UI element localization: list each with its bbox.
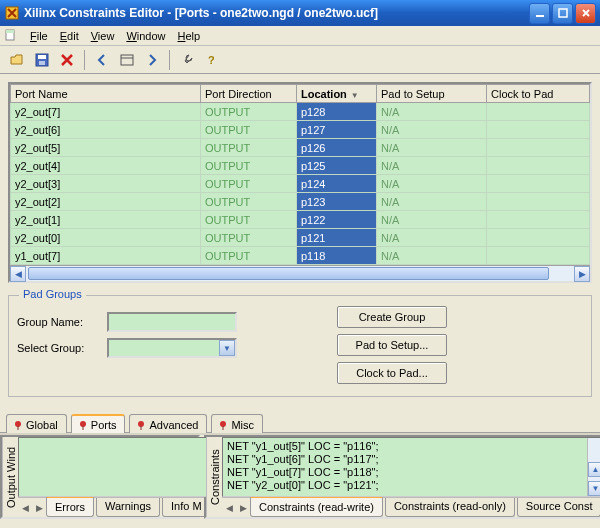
maximize-button[interactable] [552,3,573,24]
pad-to-setup-button[interactable]: Pad to Setup... [337,334,447,356]
cell-clock2pad [487,229,590,247]
cell-clock2pad [487,103,590,121]
cell-portname[interactable]: y2_out[6] [11,121,201,139]
groupname-label: Group Name: [17,316,97,328]
cell-portname[interactable]: y2_out[5] [11,139,201,157]
col-pad2setup[interactable]: Pad to Setup [377,85,487,103]
cell-portname[interactable]: y2_out[1] [11,211,201,229]
table-row[interactable]: y2_out[7]OUTPUTp128N/A [11,103,590,121]
cell-location[interactable]: p128 [297,103,377,121]
chevron-down-icon[interactable]: ▼ [219,340,235,356]
cell-location[interactable]: p126 [297,139,377,157]
tabs-left-icon[interactable]: ◀ [222,498,236,517]
table-row[interactable]: y2_out[0]OUTPUTp121N/A [11,229,590,247]
forward-icon[interactable] [141,49,163,71]
col-location[interactable]: Location▼ [297,85,377,103]
create-group-button[interactable]: Create Group [337,306,447,328]
cell-pad2setup: N/A [377,193,487,211]
wrench-icon[interactable] [176,49,198,71]
titlebar: Xilinx Constraints Editor - [Ports - one… [0,0,600,26]
cell-pad2setup: N/A [377,139,487,157]
col-portname[interactable]: Port Name [11,85,201,103]
col-direction[interactable]: Port Direction [201,85,297,103]
tab-ports[interactable]: Ports [71,414,126,433]
back-icon[interactable] [91,49,113,71]
table-row[interactable]: y1_out[7]OUTPUTp118N/A [11,247,590,265]
help-icon[interactable]: ? [201,49,223,71]
scroll-down-icon[interactable]: ▼ [588,481,600,496]
tabs-right-icon[interactable]: ▶ [32,498,46,517]
cell-location[interactable]: p127 [297,121,377,139]
cell-direction: OUTPUT [201,103,297,121]
output-content[interactable] [18,437,213,497]
menu-edit[interactable]: Edit [54,28,85,44]
minimize-button[interactable] [529,3,550,24]
cell-location[interactable]: p125 [297,157,377,175]
groupname-input[interactable] [107,312,237,332]
cell-location[interactable]: p118 [297,247,377,265]
tab-constraints-rw[interactable]: Constraints (read-write) [250,496,383,517]
tab-warnings[interactable]: Warnings [96,498,160,517]
output-window-panel: Output Wind ◀ ▶ Errors Warnings Info M [0,435,200,519]
clock-to-pad-button[interactable]: Clock to Pad... [337,362,447,384]
col-clock2pad[interactable]: Clock to Pad [487,85,590,103]
close-button[interactable] [575,3,596,24]
tab-advanced[interactable]: Advanced [129,414,207,433]
table-row[interactable]: y2_out[4]OUTPUTp125N/A [11,157,590,175]
tab-misc[interactable]: Misc [211,414,263,433]
cell-pad2setup: N/A [377,175,487,193]
menubar: File Edit View Window Help [0,26,600,46]
cell-portname[interactable]: y1_out[7] [11,247,201,265]
constraints-panel: Constraints NET "y1_out[5]" LOC = "p116"… [204,435,600,519]
scroll-right-icon[interactable]: ▶ [574,266,590,282]
table-row[interactable]: y2_out[5]OUTPUTp126N/A [11,139,590,157]
table-row[interactable]: y2_out[1]OUTPUTp122N/A [11,211,590,229]
table-row[interactable]: y2_out[6]OUTPUTp127N/A [11,121,590,139]
cell-portname[interactable]: y2_out[4] [11,157,201,175]
cell-location[interactable]: p121 [297,229,377,247]
svg-rect-6 [38,55,46,59]
menu-help[interactable]: Help [172,28,207,44]
tab-global[interactable]: Global [6,414,67,433]
scroll-left-icon[interactable]: ◀ [10,266,26,282]
tabs-left-icon[interactable]: ◀ [18,498,32,517]
cell-direction: OUTPUT [201,157,297,175]
menu-window[interactable]: Window [120,28,171,44]
grid-hscrollbar[interactable]: ◀ ▶ [10,265,590,281]
window-icon[interactable] [116,49,138,71]
cell-portname[interactable]: y2_out[7] [11,103,201,121]
cell-direction: OUTPUT [201,211,297,229]
doc-icon [4,29,18,43]
svg-rect-7 [39,61,45,65]
table-row[interactable]: y2_out[3]OUTPUTp124N/A [11,175,590,193]
scroll-up-icon[interactable]: ▲ [588,462,600,477]
open-icon[interactable] [6,49,28,71]
cell-pad2setup: N/A [377,103,487,121]
tab-constraints-ro[interactable]: Constraints (read-only) [385,498,515,517]
menu-file[interactable]: File [24,28,54,44]
tabs-right-icon[interactable]: ▶ [236,498,250,517]
constraints-vscrollbar[interactable]: ▲ ▼ [587,438,600,496]
cell-direction: OUTPUT [201,139,297,157]
cell-direction: OUTPUT [201,247,297,265]
cell-location[interactable]: p122 [297,211,377,229]
cell-location[interactable]: p123 [297,193,377,211]
cell-portname[interactable]: y2_out[3] [11,175,201,193]
selectgroup-dropdown[interactable]: ▼ [107,338,237,358]
cell-clock2pad [487,193,590,211]
table-row[interactable]: y2_out[2]OUTPUTp123N/A [11,193,590,211]
delete-icon[interactable] [56,49,78,71]
menu-view[interactable]: View [85,28,121,44]
cell-direction: OUTPUT [201,175,297,193]
cell-portname[interactable]: y2_out[2] [11,193,201,211]
pad-groups-legend: Pad Groups [19,288,86,300]
tab-source-const[interactable]: Source Const [517,498,600,517]
cell-portname[interactable]: y2_out[0] [11,229,201,247]
app-icon [4,5,20,21]
cell-clock2pad [487,175,590,193]
save-icon[interactable] [31,49,53,71]
tab-errors[interactable]: Errors [46,496,94,517]
cell-location[interactable]: p124 [297,175,377,193]
constraints-content[interactable]: NET "y1_out[5]" LOC = "p116"; NET "y1_ou… [222,437,600,497]
svg-rect-4 [6,30,14,33]
